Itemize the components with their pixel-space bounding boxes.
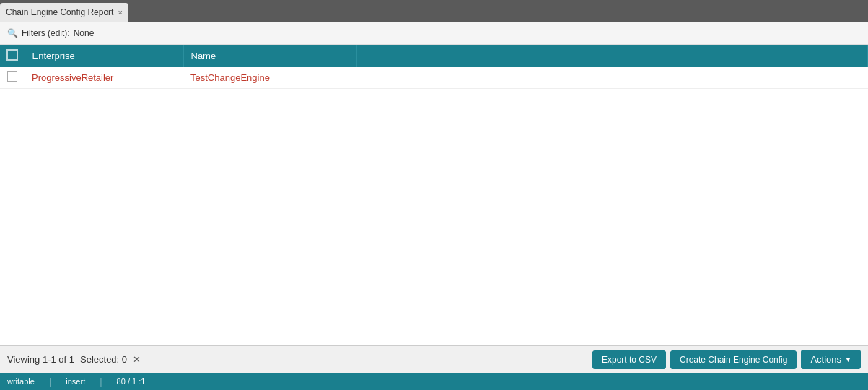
row-name: TestChangeEngine	[183, 67, 356, 89]
actions-button[interactable]: Actions ▼	[801, 350, 861, 369]
table-body: ProgressiveRetailer TestChangeEngine	[0, 67, 868, 89]
filters-value: None	[74, 28, 95, 38]
status-writable: writable	[7, 377, 35, 386]
filters-label: Filters (edit):	[22, 28, 70, 38]
status-bar: writable | insert | 80 / 1 :1	[0, 373, 868, 390]
name-link[interactable]: TestChangeEngine	[190, 72, 270, 83]
header-row: Enterprise Name	[0, 45, 868, 67]
selected-label: Selected: 0	[80, 354, 127, 365]
viewing-label: Viewing 1-1 of 1	[7, 354, 74, 365]
tab-label: Chain Engine Config Report	[6, 7, 113, 17]
footer-bar: Viewing 1-1 of 1 Selected: 0 ✕ Export to…	[0, 345, 868, 373]
header-name: Name	[183, 45, 356, 67]
search-icon: 🔍	[7, 28, 18, 38]
enterprise-link[interactable]: ProgressiveRetailer	[32, 72, 113, 83]
footer-left: Viewing 1-1 of 1 Selected: 0 ✕	[7, 354, 141, 365]
header-extra	[356, 45, 868, 67]
main-content: Enterprise Name Progressiv	[0, 45, 868, 345]
tab-bar: Chain Engine Config Report ×	[0, 0, 868, 22]
table-row: ProgressiveRetailer TestChangeEngine	[0, 67, 868, 89]
filters-bar: 🔍 Filters (edit): None	[0, 22, 868, 45]
export-csv-button[interactable]: Export to CSV	[592, 350, 666, 369]
header-checkbox-cell[interactable]	[0, 45, 25, 67]
tab-close-icon[interactable]: ×	[118, 9, 122, 17]
row-extra	[356, 67, 868, 89]
status-insert: insert	[66, 377, 85, 386]
select-all-checkbox[interactable]	[6, 49, 18, 61]
header-enterprise: Enterprise	[25, 45, 183, 67]
table-wrapper: Enterprise Name Progressiv	[0, 45, 868, 345]
table-header: Enterprise Name	[0, 45, 868, 67]
clear-selection-icon[interactable]: ✕	[133, 354, 141, 365]
data-table: Enterprise Name Progressiv	[0, 45, 868, 89]
tab-chain-engine-config-report[interactable]: Chain Engine Config Report ×	[0, 3, 128, 22]
app-container: Chain Engine Config Report × 🔍 Filters (…	[0, 0, 868, 390]
actions-dropdown-icon: ▼	[845, 356, 851, 363]
row-checkbox-cell[interactable]	[0, 67, 25, 89]
row-enterprise: ProgressiveRetailer	[25, 67, 183, 89]
status-position: 80 / 1 :1	[117, 377, 146, 386]
status-separator-2: |	[100, 376, 102, 387]
actions-label: Actions	[810, 354, 841, 365]
row-checkbox[interactable]	[7, 72, 17, 82]
footer-right: Export to CSV Create Chain Engine Config…	[592, 350, 861, 369]
create-chain-engine-config-button[interactable]: Create Chain Engine Config	[670, 350, 797, 369]
status-separator-1: |	[49, 376, 51, 387]
